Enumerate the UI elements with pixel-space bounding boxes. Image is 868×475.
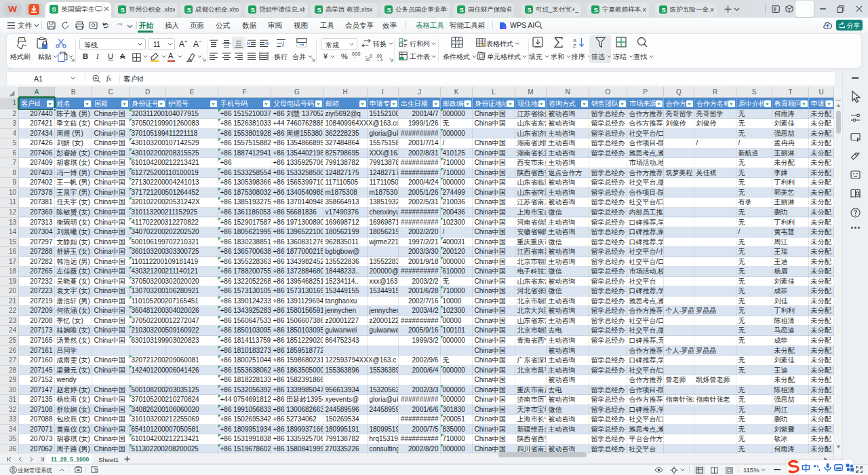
svg-text:→.0: →.0	[376, 58, 382, 62]
svg-text:2: 2	[404, 43, 406, 47]
svg-text:1: 1	[404, 39, 406, 43]
svg-text:.00: .00	[365, 58, 370, 62]
svg-text:Z: Z	[573, 43, 576, 48]
